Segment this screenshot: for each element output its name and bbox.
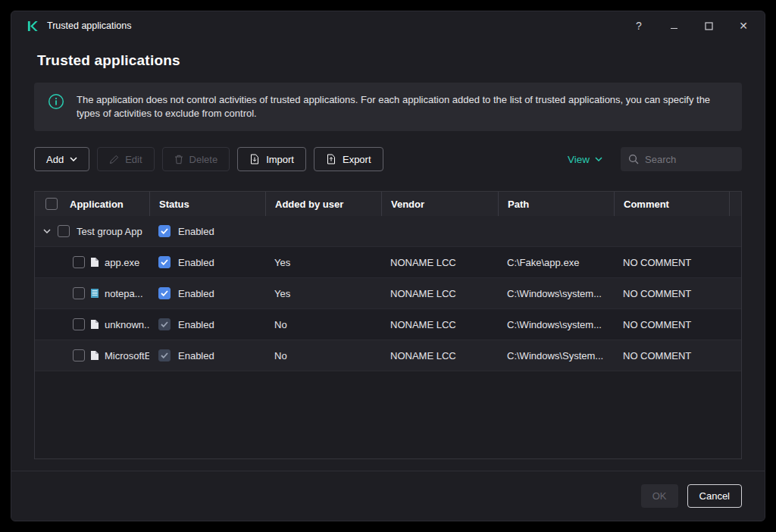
comment: NO COMMENT — [614, 340, 729, 371]
trash-icon — [174, 155, 183, 164]
vendor: NONAME LCC — [381, 247, 498, 277]
view-dropdown[interactable]: View — [568, 154, 602, 165]
export-button-label: Export — [343, 154, 371, 165]
application-name: app.exe — [105, 257, 139, 268]
application-name: MicrosoftE... — [105, 350, 149, 361]
delete-button-label: Delete — [189, 154, 218, 165]
column-header-spacer — [729, 192, 741, 216]
minimize-button[interactable] — [668, 20, 680, 32]
status-label: Enabled — [178, 350, 214, 361]
add-button-label: Add — [46, 154, 64, 165]
delete-button[interactable]: Delete — [162, 147, 230, 171]
file-icon — [90, 257, 99, 268]
application-name: notepa... — [105, 288, 143, 299]
import-icon — [249, 154, 260, 164]
row-checkbox[interactable] — [58, 225, 70, 237]
pencil-icon — [109, 155, 119, 164]
column-header: Added by user — [265, 192, 381, 216]
comment: NO COMMENT — [614, 247, 729, 277]
page-title: Trusted applications — [37, 52, 742, 69]
vendor: NONAME LCC — [381, 278, 498, 308]
kaspersky-logo-icon — [27, 20, 38, 32]
search-input[interactable] — [645, 154, 734, 165]
export-button[interactable]: Export — [314, 147, 383, 171]
comment: NO COMMENT — [614, 278, 729, 308]
file-icon — [90, 350, 99, 361]
import-button[interactable]: Import — [237, 147, 306, 171]
info-banner: The application does not control activit… — [34, 83, 742, 131]
column-header: Status — [149, 192, 265, 216]
path: C:\Windows\system... — [498, 309, 614, 340]
add-button[interactable]: Add — [34, 147, 89, 171]
added-by-user: Yes — [265, 247, 381, 277]
footer: OK Cancel — [11, 471, 765, 521]
path: C:\Windows\system... — [498, 278, 614, 308]
chevron-down-icon — [595, 157, 602, 161]
vendor: NONAME LCC — [381, 340, 498, 371]
close-button[interactable]: ✕ — [737, 20, 749, 32]
applications-table: Application Status Added by user Vendor … — [34, 191, 742, 459]
select-all-checkbox[interactable] — [45, 198, 58, 210]
import-button-label: Import — [266, 154, 294, 165]
export-icon — [326, 154, 336, 164]
table-row[interactable]: MicrosoftE... Enabled No NONAME LCC C:\W… — [35, 340, 741, 371]
path: C:\Fake\app.exe — [498, 247, 614, 277]
notepad-icon — [90, 288, 99, 299]
enabled-checkbox[interactable] — [158, 256, 171, 268]
enabled-checkbox[interactable] — [158, 349, 171, 361]
file-icon — [90, 319, 99, 330]
view-dropdown-label: View — [568, 154, 590, 165]
toolbar: Add Edit Delete Import Export View — [34, 147, 742, 171]
row-checkbox[interactable] — [73, 318, 85, 330]
column-header: Application — [70, 199, 124, 210]
path: C:\Windows\System... — [498, 340, 614, 371]
table-row[interactable]: app.exe Enabled Yes NONAME LCC C:\Fake\a… — [35, 247, 741, 278]
added-by-user: Yes — [265, 278, 381, 308]
enabled-checkbox[interactable] — [158, 318, 171, 330]
trusted-applications-window: Trusted applications ? ✕ Trusted applica… — [11, 11, 765, 521]
column-header: Path — [498, 192, 614, 216]
enabled-checkbox[interactable] — [158, 287, 171, 299]
search-box — [621, 147, 742, 171]
group-name: Test group App — [77, 226, 142, 237]
collapse-chevron-icon[interactable] — [43, 229, 51, 233]
info-text: The application does not control activit… — [77, 93, 721, 120]
vendor: NONAME LCC — [381, 309, 498, 340]
window-title: Trusted applications — [47, 20, 131, 31]
cancel-button[interactable]: Cancel — [687, 484, 742, 508]
status-label: Enabled — [178, 257, 214, 268]
table-header: Application Status Added by user Vendor … — [35, 192, 741, 216]
column-header: Comment — [614, 192, 729, 216]
enabled-checkbox[interactable] — [158, 225, 171, 237]
help-button[interactable]: ? — [633, 20, 645, 32]
comment: NO COMMENT — [614, 309, 729, 340]
table-row[interactable]: notepa... Enabled Yes NONAME LCC C:\Wind… — [35, 278, 741, 309]
column-header: Vendor — [381, 192, 498, 216]
added-by-user: No — [265, 340, 381, 371]
ok-button[interactable]: OK — [641, 484, 678, 508]
edit-button[interactable]: Edit — [97, 147, 154, 171]
titlebar: Trusted applications ? ✕ — [11, 11, 765, 40]
added-by-user: No — [265, 309, 381, 340]
maximize-button[interactable] — [702, 20, 715, 32]
status-label: Enabled — [178, 319, 214, 330]
table-row[interactable]: unknown.... Enabled No NONAME LCC C:\Win… — [35, 309, 741, 340]
status-label: Enabled — [178, 226, 214, 237]
row-checkbox[interactable] — [73, 287, 85, 299]
content-area: Trusted applications The application doe… — [11, 40, 765, 471]
status-label: Enabled — [178, 288, 214, 299]
application-name: unknown.... — [105, 319, 149, 330]
row-checkbox[interactable] — [73, 349, 85, 361]
info-icon — [48, 93, 64, 120]
row-checkbox[interactable] — [73, 256, 85, 268]
chevron-down-icon — [70, 157, 77, 161]
table-row-group[interactable]: Test group App Enabled — [35, 216, 741, 247]
edit-button-label: Edit — [125, 154, 142, 165]
search-icon — [628, 154, 639, 164]
